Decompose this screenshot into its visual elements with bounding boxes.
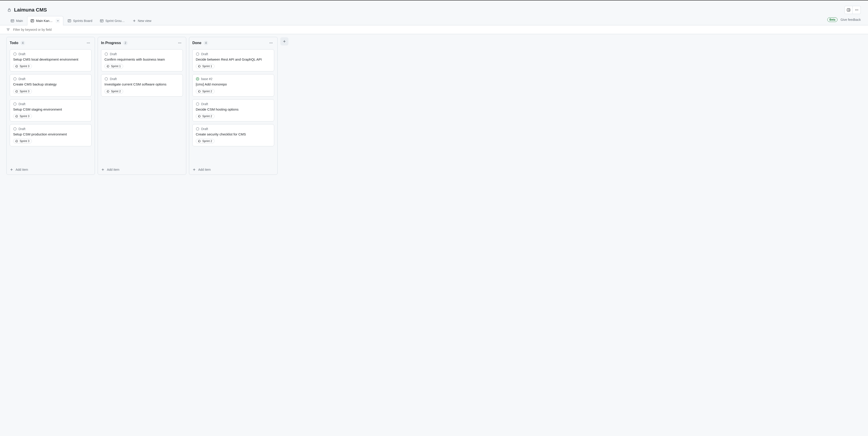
card-status-row: Draft — [13, 77, 88, 81]
kanban-card[interactable]: Draft Setup CSM production environment S… — [10, 124, 92, 146]
card-title: Create security checklist for CMS — [196, 132, 271, 137]
filter-icon[interactable] — [6, 28, 10, 31]
view-tab[interactable]: Main Kanban — [27, 16, 63, 25]
sprint-chip-label: Sprint 1 — [202, 65, 212, 68]
iteration-icon — [198, 65, 201, 68]
lock-icon — [7, 8, 11, 12]
sprint-chip[interactable]: Sprint 1 — [196, 64, 215, 68]
column-cards: Draft Decide between Rest API and GraphQ… — [189, 49, 277, 165]
view-tab-menu-button[interactable] — [56, 19, 60, 23]
new-view-label: New view — [138, 19, 151, 23]
draft-icon — [104, 77, 108, 81]
sprint-chip[interactable]: Sprint 3 — [13, 64, 32, 68]
column-header: Todo 4 — [6, 37, 95, 49]
column-cards: Draft Setup CMS local development enviro… — [6, 49, 95, 165]
sprint-chip[interactable]: Sprint 2 — [196, 114, 215, 118]
draft-icon — [13, 102, 17, 106]
card-status-row: Draft — [196, 102, 271, 106]
kanban-column: Done 4 Draft Decide between Rest API and… — [189, 37, 278, 175]
svg-point-39 — [270, 43, 270, 43]
sprint-chip[interactable]: Sprint 2 — [196, 89, 215, 94]
add-item-label: Add item — [198, 168, 211, 171]
svg-point-24 — [88, 43, 89, 43]
views-tabs: MainMain KanbanSprints BoardSprint Grou…… — [0, 16, 868, 25]
issue-open-icon — [196, 77, 199, 81]
kanban-card[interactable]: Draft Create CMS backup strategy Sprint … — [10, 74, 92, 96]
card-status-text: Draft — [19, 52, 25, 56]
filter-bar — [0, 25, 868, 34]
card-title: Investigate current CSM software options — [104, 82, 180, 87]
sprint-chip[interactable]: Sprint 3 — [13, 114, 32, 118]
kanban-card[interactable]: Draft Investigate current CSM software o… — [101, 74, 183, 96]
plus-icon — [101, 168, 105, 171]
more-button[interactable] — [852, 6, 861, 14]
kanban-board: Todo 4 Draft Setup CMS local development… — [0, 34, 868, 434]
svg-point-41 — [272, 43, 273, 43]
svg-point-34 — [181, 43, 181, 43]
svg-point-29 — [13, 127, 16, 130]
give-feedback-link[interactable]: Give feedback — [841, 18, 861, 22]
sprint-chip[interactable]: Sprint 2 — [104, 89, 123, 94]
view-tab[interactable]: Sprints Board — [64, 17, 96, 25]
svg-point-44 — [197, 79, 198, 79]
sprint-chip[interactable]: Sprint 2 — [196, 139, 215, 143]
card-status-row: Draft — [196, 127, 271, 131]
svg-rect-9 — [31, 20, 34, 22]
column-header: In Progress 2 — [98, 37, 186, 49]
card-title: Setup CSM staging environment — [13, 107, 88, 112]
svg-rect-0 — [8, 10, 10, 11]
add-column-button[interactable] — [280, 37, 288, 46]
kanban-column: In Progress 2 Draft Confirm requirments … — [98, 37, 186, 175]
add-item-label: Add item — [16, 168, 28, 171]
sprint-chip-label: Sprint 2 — [111, 90, 121, 93]
panel-toggle-button[interactable] — [844, 6, 852, 14]
view-tab[interactable]: Main — [7, 17, 26, 25]
sprint-chip[interactable]: Sprint 1 — [104, 64, 123, 68]
new-view-tab[interactable]: New view — [129, 17, 155, 25]
column-menu-button[interactable] — [268, 40, 274, 46]
column-title: In Progress — [101, 41, 121, 45]
card-status-text: Draft — [201, 52, 208, 56]
kanban-card[interactable]: Draft Decide between Rest API and GraphQ… — [192, 49, 274, 71]
svg-point-46 — [196, 127, 199, 130]
sprint-chip[interactable]: Sprint 3 — [13, 139, 32, 143]
draft-icon — [196, 127, 199, 131]
kanban-card[interactable]: Draft Create security checklist for CMS … — [192, 124, 274, 146]
kanban-card[interactable]: base #2 [cms] Add monorepo Sprint 2 — [192, 74, 274, 96]
sprint-chip-label: Sprint 1 — [111, 65, 121, 68]
card-status-text: Draft — [110, 52, 117, 56]
kanban-card[interactable]: Draft Setup CMS local development enviro… — [10, 49, 92, 71]
add-item-button[interactable]: Add item — [189, 165, 277, 175]
draft-icon — [104, 52, 108, 56]
card-status-text: Draft — [19, 127, 25, 131]
filter-input[interactable] — [13, 28, 862, 32]
svg-point-36 — [105, 78, 107, 80]
iteration-icon — [15, 90, 18, 93]
iteration-icon — [106, 65, 110, 68]
kanban-card[interactable]: Draft Setup CSM staging environment Spri… — [10, 99, 92, 121]
card-title: Create CMS backup strategy — [13, 82, 88, 87]
card-title: Setup CSM production environment — [13, 132, 88, 137]
view-tab-label: Sprints Board — [73, 19, 92, 23]
card-title: Confirm requirments with business team — [104, 57, 180, 62]
kanban-card[interactable]: Draft Confirm requirments with business … — [101, 49, 183, 71]
svg-point-4 — [856, 10, 857, 10]
card-status-text: Draft — [19, 102, 25, 106]
add-item-button[interactable]: Add item — [98, 165, 186, 175]
kanban-card[interactable]: Draft Decide CSM hosting options Sprint … — [192, 99, 274, 121]
view-tab[interactable]: Sprint Grou… — [96, 17, 128, 25]
card-status-row: Draft — [104, 77, 180, 81]
iteration-icon — [15, 140, 18, 143]
sprint-chip-label: Sprint 3 — [20, 65, 29, 68]
column-menu-button[interactable] — [85, 40, 92, 46]
card-status-row: Draft — [196, 52, 271, 56]
svg-point-32 — [178, 43, 179, 43]
svg-rect-15 — [100, 20, 103, 22]
sprint-chip[interactable]: Sprint 3 — [13, 89, 32, 94]
svg-point-27 — [13, 78, 16, 80]
column-menu-button[interactable] — [177, 40, 183, 46]
add-item-button[interactable]: Add item — [6, 165, 95, 175]
project-title: Laimuna CMS — [14, 7, 47, 13]
plus-icon — [192, 168, 196, 171]
svg-point-26 — [13, 53, 16, 55]
